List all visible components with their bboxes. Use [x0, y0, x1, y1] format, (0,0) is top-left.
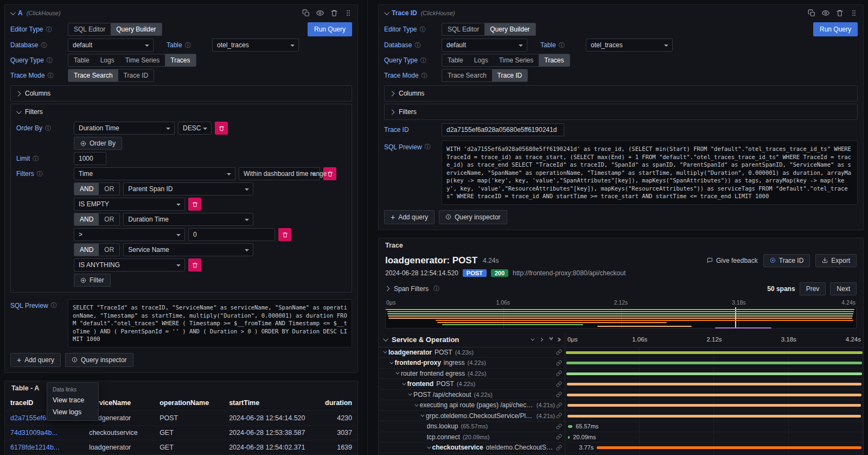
table-select[interactable]: otel_traces: [586, 39, 673, 52]
give-feedback-button[interactable]: Give feedback: [707, 257, 758, 264]
chevron-down-icon[interactable]: [395, 371, 399, 375]
add-filter-button[interactable]: Filter: [74, 274, 111, 287]
query-ref-label[interactable]: A: [18, 9, 23, 17]
trace-id-option[interactable]: Trace ID: [118, 69, 154, 81]
chevron-down-icon[interactable]: [408, 392, 412, 396]
span-row[interactable]: tcp.connect(20.09ms) 20.09ms: [379, 432, 863, 443]
link-icon[interactable]: [556, 370, 562, 376]
span-bar[interactable]: [568, 425, 572, 428]
filters-section-header[interactable]: Filters: [11, 104, 352, 119]
info-icon[interactable]: ⓘ: [414, 41, 420, 49]
hide-query-icon[interactable]: [822, 9, 829, 17]
info-icon[interactable]: ⓘ: [47, 56, 53, 65]
filter-time-range-select[interactable]: Within dashboard time range: [239, 167, 320, 180]
span-row[interactable]: frontendPOST(4.22s): [379, 379, 863, 390]
link-icon[interactable]: [556, 381, 562, 387]
info-icon[interactable]: ⓘ: [422, 72, 427, 80]
link-icon[interactable]: [556, 413, 562, 419]
span-timeline-cell[interactable]: [565, 358, 863, 368]
prev-button[interactable]: Prev: [800, 282, 826, 295]
trace-id-link[interactable]: 74d31009a4b...: [5, 425, 84, 440]
sql-editor-option[interactable]: SQL Editor: [442, 23, 484, 35]
expand-all-icon[interactable]: [558, 338, 560, 341]
filter-field-select[interactable]: Service Name: [123, 243, 253, 256]
filter-operator-select[interactable]: IS ANYTHING: [74, 258, 185, 271]
filter-value-input[interactable]: [188, 228, 275, 241]
query-type-traces[interactable]: Traces: [165, 54, 195, 66]
span-bar[interactable]: [566, 372, 862, 375]
columns-section[interactable]: Columns: [10, 85, 352, 102]
info-icon[interactable]: ⓘ: [33, 155, 39, 163]
span-row[interactable]: loadgeneratorPOST(4.23s): [379, 347, 863, 358]
info-icon[interactable]: ⓘ: [433, 285, 439, 293]
delete-query-icon[interactable]: [836, 9, 844, 17]
chevron-down-icon[interactable]: [414, 402, 418, 406]
span-row[interactable]: prepareOrderItemsAndShippingQuoteFromCar…: [379, 453, 863, 455]
chevron-down-icon[interactable]: [383, 350, 387, 353]
span-row[interactable]: checkoutserviceoteldemo.CheckoutService/…: [379, 443, 863, 453]
add-query-button[interactable]: +Add query: [384, 210, 435, 224]
filter-time-field-select[interactable]: Time: [74, 167, 235, 180]
span-timeline-cell[interactable]: [565, 411, 863, 421]
table-select[interactable]: otel_traces: [212, 39, 299, 52]
add-order-by-button[interactable]: Order By: [74, 137, 122, 150]
link-icon[interactable]: [556, 424, 562, 429]
limit-input[interactable]: [74, 152, 106, 165]
panel-title[interactable]: Trace: [379, 238, 863, 252]
info-icon[interactable]: ⓘ: [185, 41, 191, 49]
link-icon[interactable]: [556, 391, 562, 397]
info-icon[interactable]: ⓘ: [51, 301, 57, 309]
trace-search-option[interactable]: Trace Search: [68, 69, 118, 81]
chevron-down-icon[interactable]: [402, 381, 406, 385]
remove-filter-button[interactable]: [278, 228, 291, 241]
or-option[interactable]: OR: [99, 213, 119, 225]
filter-operator-select[interactable]: IS EMPTY: [74, 198, 185, 211]
drag-handle-icon[interactable]: [344, 9, 352, 17]
span-timeline-cell[interactable]: 3.77s: [565, 443, 863, 453]
span-row[interactable]: dns.lookup(65.57ms) 65.57ms: [379, 421, 863, 432]
span-bar[interactable]: [597, 446, 861, 449]
span-timeline-cell[interactable]: [565, 347, 863, 358]
span-bar[interactable]: [566, 362, 863, 364]
drag-handle-icon[interactable]: [850, 9, 858, 17]
and-option[interactable]: AND: [74, 183, 99, 195]
database-select[interactable]: default: [68, 39, 154, 52]
query-type-traces[interactable]: Traces: [539, 54, 569, 66]
minimap-canvas[interactable]: [385, 307, 857, 328]
span-bar[interactable]: [568, 436, 570, 439]
column-header-operationname[interactable]: operationName: [154, 395, 224, 411]
chevron-right-icon[interactable]: [385, 286, 390, 292]
duplicate-query-icon[interactable]: [302, 9, 310, 17]
trace-id-link[interactable]: 6178fde1214b...: [5, 440, 84, 454]
query-type-table[interactable]: Table: [442, 54, 469, 66]
span-timeline-cell[interactable]: 20.09ms: [565, 432, 863, 443]
filter-field-select[interactable]: Duration Time: [123, 213, 253, 226]
query-row-header-a[interactable]: A (ClickHouse): [5, 5, 358, 21]
run-query-button[interactable]: Run Query: [813, 22, 858, 36]
chevron-down-icon[interactable]: [420, 413, 424, 417]
order-by-field-select[interactable]: Duration Time: [74, 122, 175, 135]
next-button[interactable]: Next: [830, 282, 857, 295]
database-select[interactable]: default: [442, 39, 527, 52]
sql-editor-option[interactable]: SQL Editor: [68, 23, 111, 35]
span-row[interactable]: grpc.oteldemo.CheckoutService/PlaceOrder…: [379, 411, 863, 422]
query-type-logs[interactable]: Logs: [95, 54, 120, 66]
span-timeline-cell[interactable]: 65.57ms: [565, 421, 863, 432]
span-bar[interactable]: [567, 404, 861, 407]
chevron-right-icon[interactable]: [390, 91, 395, 96]
trace-id-button[interactable]: Trace ID: [763, 254, 810, 267]
chevron-down-icon[interactable]: [384, 10, 390, 15]
run-query-button[interactable]: Run Query: [308, 22, 352, 36]
delete-query-icon[interactable]: [330, 9, 338, 17]
trace-search-option[interactable]: Trace Search: [442, 69, 492, 81]
chevron-right-icon[interactable]: [16, 91, 21, 96]
span-bar[interactable]: [567, 415, 860, 418]
column-header-duration[interactable]: duration: [319, 395, 358, 411]
span-row[interactable]: frontend-proxyingress(4.22s): [379, 358, 863, 369]
info-icon[interactable]: ⓘ: [419, 26, 425, 34]
remove-order-by-button[interactable]: [215, 122, 228, 135]
filters-section[interactable]: Filters: [384, 104, 858, 120]
add-query-button[interactable]: +Add query: [10, 353, 61, 367]
hide-query-icon[interactable]: [316, 9, 324, 17]
span-bar[interactable]: [567, 383, 862, 386]
